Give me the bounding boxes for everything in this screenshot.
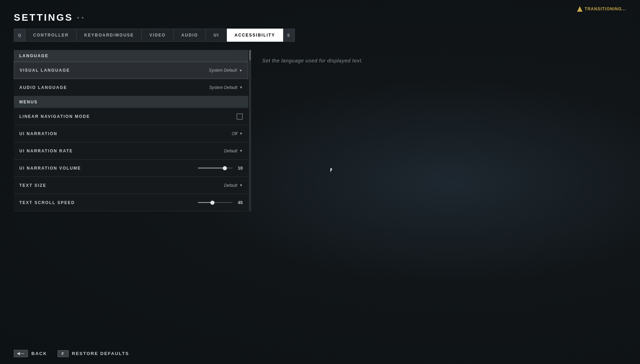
setting-row-ui-narration-volume[interactable]: UI NARRATION VOLUME 10 bbox=[14, 160, 248, 177]
title-dot-1 bbox=[77, 17, 79, 19]
description-panel: Set the language used for displayed text… bbox=[262, 50, 626, 72]
setting-row-visual-language[interactable]: VISUAL LANGUAGE System Default ▼ bbox=[14, 62, 248, 79]
back-label: Back bbox=[31, 351, 47, 356]
restore-defaults-label: Restore Defaults bbox=[72, 351, 129, 356]
main-container: TRANSITIONING... SETTINGS Q CONTROLLER K… bbox=[0, 0, 640, 364]
transitioning-badge: TRANSITIONING... bbox=[577, 6, 626, 12]
back-arrow: ◀— bbox=[17, 351, 25, 356]
transitioning-label: TRANSITIONING... bbox=[584, 7, 626, 11]
setting-label-linear-navigation: LINEAR NAVIGATION MODE bbox=[19, 114, 90, 119]
section-header-language: LANGUAGE bbox=[14, 50, 248, 62]
ui-narration-rate-arrow: ▼ bbox=[239, 149, 243, 153]
restore-key-icon: F bbox=[58, 350, 69, 357]
setting-label-text-scroll-speed: TEXT SCROLL SPEED bbox=[19, 200, 75, 205]
setting-value-text-size[interactable]: Default ▼ bbox=[224, 183, 243, 188]
setting-row-audio-language[interactable]: AUDIO LANGUAGE System Default ▼ bbox=[14, 79, 248, 96]
back-action[interactable]: ◀— Back bbox=[14, 350, 47, 357]
visual-language-value: System Default bbox=[209, 68, 237, 73]
ui-narration-arrow: ▼ bbox=[239, 132, 243, 135]
tab-nav-left[interactable]: Q bbox=[14, 29, 26, 42]
section-header-menus: MENUS bbox=[14, 96, 248, 108]
title-dot-2 bbox=[82, 17, 83, 19]
tab-ui[interactable]: UI bbox=[206, 29, 227, 42]
title-text: SETTINGS bbox=[14, 12, 73, 23]
text-scroll-speed-value: 45 bbox=[236, 200, 243, 205]
ui-narration-rate-value: Default bbox=[224, 149, 237, 153]
back-icon: ◀— bbox=[14, 350, 28, 357]
settings-list: LANGUAGE VISUAL LANGUAGE System Default … bbox=[14, 50, 248, 211]
setting-row-text-scroll-speed[interactable]: TEXT SCROLL SPEED 45 bbox=[14, 194, 248, 211]
audio-language-value: System Default bbox=[209, 85, 237, 90]
setting-label-audio-language: AUDIO LANGUAGE bbox=[19, 85, 67, 90]
setting-label-ui-narration-rate: UI NARRATION RATE bbox=[19, 149, 73, 153]
ui-narration-volume-value: 10 bbox=[236, 165, 243, 171]
ui-narration-value: Off bbox=[232, 131, 237, 136]
audio-language-arrow: ▼ bbox=[239, 85, 243, 89]
text-scroll-speed-thumb[interactable] bbox=[210, 201, 214, 205]
title-dots bbox=[77, 17, 83, 19]
ui-narration-volume-slider-container[interactable]: 10 bbox=[198, 165, 243, 171]
restore-defaults-action[interactable]: F Restore Defaults bbox=[58, 350, 129, 357]
settings-panel: LANGUAGE VISUAL LANGUAGE System Default … bbox=[14, 50, 248, 211]
tab-nav-right[interactable]: E bbox=[283, 29, 295, 42]
tab-audio[interactable]: AUDIO bbox=[174, 29, 206, 42]
text-scroll-speed-track bbox=[198, 202, 232, 203]
bottom-bar: ◀— Back F Restore Defaults bbox=[14, 350, 626, 357]
setting-value-audio-language[interactable]: System Default ▼ bbox=[209, 85, 243, 90]
setting-value-ui-narration[interactable]: Off ▼ bbox=[232, 131, 243, 136]
setting-value-visual-language[interactable]: System Default ▼ bbox=[209, 68, 242, 73]
setting-value-ui-narration-rate[interactable]: Default ▼ bbox=[224, 149, 243, 153]
text-size-value: Default bbox=[224, 183, 237, 188]
setting-row-linear-navigation[interactable]: LINEAR NAVIGATION MODE bbox=[14, 108, 248, 125]
ui-narration-volume-thumb[interactable] bbox=[223, 166, 227, 170]
setting-row-text-size[interactable]: TEXT SIZE Default ▼ bbox=[14, 177, 248, 194]
text-size-arrow: ▼ bbox=[239, 183, 243, 187]
setting-label-ui-narration: UI NARRATION bbox=[19, 131, 57, 136]
scroll-indicator[interactable] bbox=[249, 50, 251, 211]
description-text: Set the language used for displayed text… bbox=[262, 57, 363, 65]
tabs-row: Q CONTROLLER KEYBOARD/MOUSE VIDEO AUDIO … bbox=[14, 29, 626, 42]
setting-row-ui-narration[interactable]: UI NARRATION Off ▼ bbox=[14, 125, 248, 142]
warning-icon bbox=[577, 6, 582, 12]
ui-narration-volume-fill bbox=[198, 168, 225, 169]
scroll-thumb[interactable] bbox=[249, 50, 251, 60]
setting-row-ui-narration-rate[interactable]: UI NARRATION RATE Default ▼ bbox=[14, 142, 248, 160]
setting-label-visual-language: VISUAL LANGUAGE bbox=[20, 68, 70, 73]
settings-title: SETTINGS bbox=[14, 7, 626, 23]
tab-keyboard-mouse[interactable]: KEYBOARD/MOUSE bbox=[77, 29, 142, 42]
visual-language-arrow: ▼ bbox=[239, 69, 242, 72]
ui-narration-volume-track bbox=[198, 168, 232, 169]
tab-accessibility[interactable]: ACCESSIBILITY bbox=[227, 29, 283, 42]
setting-label-text-size: TEXT SIZE bbox=[19, 183, 47, 188]
content-area: LANGUAGE VISUAL LANGUAGE System Default … bbox=[14, 50, 626, 211]
setting-label-ui-narration-volume: UI NARRATION VOLUME bbox=[19, 166, 81, 171]
tab-controller[interactable]: CONTROLLER bbox=[26, 29, 77, 42]
linear-navigation-checkbox[interactable] bbox=[237, 113, 243, 120]
text-scroll-speed-slider-container[interactable]: 45 bbox=[198, 200, 243, 205]
tab-video[interactable]: VIDEO bbox=[142, 29, 173, 42]
